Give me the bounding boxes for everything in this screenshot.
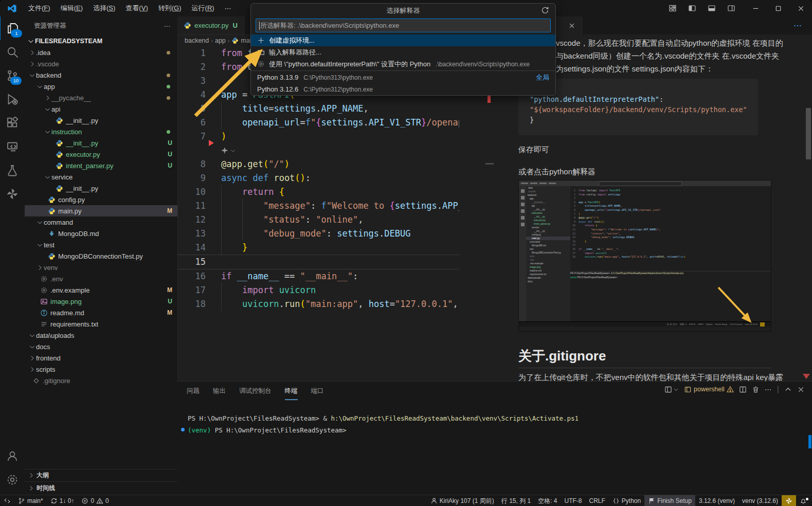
shell-label[interactable]: powershell	[684, 386, 734, 393]
tree-item-config.py[interactable]: config.py	[25, 194, 177, 205]
statusbar-pinwheel[interactable]	[782, 495, 796, 506]
tree-item-__pycache__[interactable]: __pycache__	[25, 92, 177, 103]
statusbar-finish-setup[interactable]: Finish Setup	[644, 495, 695, 506]
activity-remote-icon[interactable]	[0, 135, 25, 158]
breadcrumb-item[interactable]: app	[215, 37, 226, 44]
refresh-icon[interactable]	[541, 6, 549, 14]
activity-debug-icon[interactable]	[0, 87, 25, 111]
interpreter-option[interactable]: 创建虚拟环境...	[251, 34, 555, 46]
activity-search-icon[interactable]	[0, 40, 25, 64]
tree-item-scripts[interactable]: scripts	[25, 364, 177, 375]
panel-more-icon[interactable]: ⋯	[765, 385, 772, 393]
preview-scrollbar[interactable]	[806, 108, 811, 159]
menu-R[interactable]: 运行(R)	[187, 2, 219, 14]
tree-item-.gitignore[interactable]: .gitignore	[25, 375, 177, 386]
lay-side-icon[interactable]	[683, 1, 701, 15]
tree-item-__init__.py[interactable]: __init__.py	[25, 183, 177, 194]
tree-root[interactable]: FILESREADSYSTEAM	[25, 35, 177, 47]
interpreter-option[interactable]: 输入解释器路径...	[251, 46, 555, 58]
activity-extensions-icon[interactable]	[0, 111, 25, 135]
panel-tab-调试控制台[interactable]: 调试控制台	[239, 382, 272, 400]
tree-item-MongoDB.md[interactable]: MongoDB.md	[25, 228, 177, 239]
tree-item-datauploads[interactable]: data\uploads	[25, 330, 177, 341]
statusbar--15-1[interactable]: 行 15, 列 1	[498, 495, 534, 506]
menu-V[interactable]: 查看(V)	[121, 2, 152, 14]
statusbar-venv-3-12-6-[interactable]: venv (3.12.6)	[738, 495, 782, 506]
tree-item-.vscode[interactable]: .vscode	[25, 58, 177, 69]
statusbar-1-0-[interactable]: 1↓ 0↑	[47, 495, 78, 506]
tree-item-service[interactable]: service	[25, 171, 177, 183]
codelens-row[interactable]	[177, 143, 459, 157]
tree-item-executor.py[interactable]: executor.pyU	[25, 149, 177, 160]
tree-item-docs[interactable]: docs	[25, 341, 177, 352]
panel-tab-端口[interactable]: 端口	[311, 382, 324, 400]
tabstrip-more-icon[interactable]: ⋯	[793, 21, 802, 30]
statusbar-python[interactable]: Python	[609, 495, 644, 506]
tree-item-__init__.py[interactable]: __init__.py	[25, 115, 177, 126]
tree-item-backend[interactable]: backend	[25, 69, 177, 81]
tree-item-venv[interactable]: venv	[25, 262, 177, 273]
menu-S[interactable]: 选择(S)	[88, 2, 120, 14]
statusbar-crlf[interactable]: CRLF	[586, 495, 609, 506]
minimize-button[interactable]	[744, 0, 767, 16]
tree-item-image.png[interactable]: image.pngU	[25, 296, 177, 307]
activity-explorer-icon[interactable]: 1	[0, 16, 25, 40]
tree-item-requirements.txt[interactable]: requirements.txt	[25, 318, 177, 330]
split-terminal-icon[interactable]	[739, 386, 747, 393]
timeline-section[interactable]: 时间线	[25, 481, 177, 495]
tree-item-.env.example[interactable]: .env.exampleM	[25, 284, 177, 296]
panel-tab-输出[interactable]: 输出	[213, 382, 226, 400]
tree-item-app[interactable]: app	[25, 81, 177, 92]
close-button[interactable]	[789, 0, 812, 16]
terminal-scrollbar[interactable]	[808, 435, 811, 448]
statusbar-bell[interactable]	[796, 495, 812, 506]
interpreter-input[interactable]: 所选解释器: .\backend\venv\Scripts\python.exe	[256, 19, 551, 32]
tree-item-api[interactable]: api	[25, 103, 177, 115]
panel-tab-终端[interactable]: 终端	[285, 382, 298, 400]
activity-account-icon[interactable]	[0, 444, 25, 468]
maximize-panel-icon[interactable]	[784, 386, 792, 393]
close-panel-icon[interactable]	[797, 386, 805, 393]
lay-panel-icon[interactable]	[703, 1, 720, 15]
tree-item-.env[interactable]: .env	[25, 273, 177, 284]
activity-settings-icon[interactable]	[0, 468, 25, 492]
lay-grid-icon[interactable]	[664, 1, 681, 15]
tree-item-instruction[interactable]: instruction	[25, 126, 177, 137]
new-terminal-icon[interactable]	[664, 386, 679, 393]
outline-section[interactable]: 大纲	[25, 469, 177, 481]
close-icon[interactable]	[568, 22, 575, 29]
interpreter-option[interactable]: Python 3.13.9C:\Python313\python.exe全局	[251, 71, 555, 83]
statusbar-0[interactable]: 00	[78, 495, 112, 506]
kill-terminal-icon[interactable]	[752, 386, 760, 393]
option-scope-link[interactable]: 全局	[536, 73, 549, 82]
interpreter-option[interactable]: 使用 \"python.defaultInterpreterPath\" 设置中…	[251, 58, 555, 70]
statusbar--4[interactable]: 空格: 4	[534, 495, 561, 506]
editor-scrollbar[interactable]	[485, 163, 494, 165]
tree-item-MongoDBConnectionTest.py[interactable]: MongoDBConnectionTest.py	[25, 250, 177, 262]
statusbar-remote[interactable]	[0, 495, 14, 506]
statusbar-3-12-6-venv-[interactable]: 3.12.6 (venv)	[695, 495, 738, 506]
tree-item-__init__.py[interactable]: __init__.pyU	[25, 137, 177, 149]
explorer-more-icon[interactable]: ⋯	[164, 22, 171, 30]
menu-F[interactable]: 文件(F)	[24, 2, 55, 14]
tree-item-readme.md[interactable]: readme.mdM	[25, 307, 177, 318]
panel-tab-问题[interactable]: 问题	[187, 382, 200, 400]
tab-executor-py[interactable]: executor.py U	[177, 16, 244, 34]
statusbar-utf-8[interactable]: UTF-8	[561, 495, 586, 506]
maximize-button[interactable]	[767, 0, 789, 16]
lay-side-r-icon[interactable]	[723, 1, 740, 15]
tree-item-frontend[interactable]: frontend	[25, 352, 177, 364]
statusbar-kiriaky-107-1-[interactable]: KiriAky 107 (1 周前)	[427, 495, 498, 506]
menu-E[interactable]: 编辑(E)	[56, 2, 87, 14]
tree-item-test[interactable]: test	[25, 239, 177, 250]
breadcrumb-item[interactable]: backend	[185, 37, 209, 44]
terminal-output[interactable]: PS H:\OwnProject\FilesReadSysteam> & h:\…	[188, 412, 579, 436]
activity-pinwheel-icon[interactable]	[0, 182, 25, 206]
tree-item-command[interactable]: command	[25, 216, 177, 228]
activity-testing-icon[interactable]	[0, 158, 25, 182]
tree-item-main.py[interactable]: main.pyM	[25, 205, 177, 216]
statusbar-main-[interactable]: main*	[14, 495, 47, 506]
tree-item-.idea[interactable]: .idea	[25, 47, 177, 58]
activity-scm-icon[interactable]: 10	[0, 64, 25, 87]
menu-more-icon[interactable]: ⋯	[220, 3, 236, 14]
